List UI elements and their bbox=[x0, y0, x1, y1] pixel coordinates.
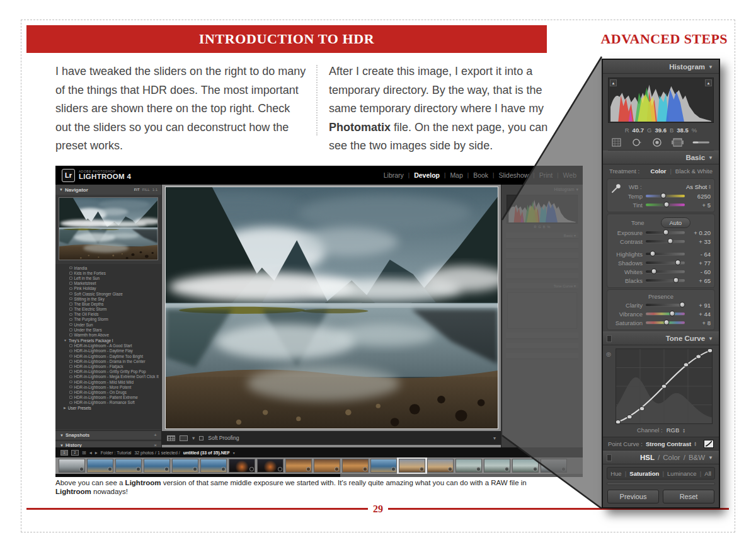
slider-track-blacks[interactable] bbox=[646, 279, 685, 282]
preset-item[interactable]: Stilting in the Sky bbox=[55, 296, 161, 301]
hsl-tab-hue[interactable]: Hue bbox=[610, 470, 621, 477]
filmstrip-thumb[interactable] bbox=[314, 459, 340, 473]
curve-target-icon[interactable]: ◎ bbox=[606, 351, 611, 357]
preset-folder[interactable]: ▼Trey's Presets Package I bbox=[55, 338, 161, 343]
monitor-2-icon[interactable]: 2 bbox=[71, 450, 79, 456]
filmstrip-thumb[interactable] bbox=[59, 459, 85, 473]
hsl-tab-saturation[interactable]: Saturation bbox=[629, 470, 659, 477]
module-library[interactable]: Library bbox=[384, 171, 404, 179]
edit-point-curve-icon[interactable] bbox=[704, 440, 714, 448]
slider-knob[interactable] bbox=[669, 311, 675, 316]
module-web[interactable]: Web bbox=[563, 171, 576, 179]
filmstrip-scrollbar-thumb[interactable] bbox=[55, 474, 340, 477]
hsl-header[interactable]: HSL / Color / B&W ▼ bbox=[603, 451, 719, 464]
filmstrip-thumb[interactable] bbox=[200, 459, 227, 473]
navigator-preview[interactable] bbox=[59, 197, 158, 260]
hsl-bw-option[interactable]: B&W bbox=[689, 454, 705, 461]
slider-knob[interactable] bbox=[679, 302, 685, 308]
previous-button[interactable]: Previous bbox=[607, 490, 659, 503]
slider-track-exposure[interactable] bbox=[646, 231, 685, 234]
snapshots-add-icon[interactable]: + bbox=[154, 432, 157, 438]
preset-item[interactable]: HDR-in-Lightroom - Flatjack bbox=[55, 364, 161, 369]
preset-item[interactable]: Under the Stars bbox=[55, 327, 161, 332]
highlight-clipping-icon[interactable]: ▲ bbox=[705, 79, 712, 86]
treatment-color-option[interactable]: Color bbox=[651, 168, 667, 175]
histogram-header[interactable]: Histogram▼ bbox=[603, 60, 719, 74]
filmstrip-thumb[interactable] bbox=[370, 459, 397, 473]
preset-item[interactable]: HDR-in-Lightroom - Mild Mild Mild bbox=[55, 379, 161, 384]
soft-proofing-checkbox[interactable] bbox=[199, 436, 203, 440]
slider-track-saturation[interactable] bbox=[646, 321, 685, 324]
preset-item[interactable]: HDR-in-Lightroom - Romance Soft bbox=[55, 400, 161, 405]
preset-item[interactable]: Marketstreet bbox=[55, 281, 161, 286]
preset-item[interactable]: HDR-in-Lightroom - Daytime Flay bbox=[55, 348, 161, 354]
slider-knob[interactable] bbox=[651, 268, 657, 274]
tone-curve-caret-icon[interactable]: ▼ bbox=[708, 336, 713, 342]
prev-arrow-icon[interactable]: ◂ bbox=[89, 450, 92, 456]
basic-header[interactable]: Basic▼ bbox=[603, 151, 719, 164]
preset-item[interactable]: The Oil Fields bbox=[55, 312, 161, 317]
navigator-header[interactable]: ▼ Navigator FITFILL1:1 bbox=[55, 185, 161, 195]
shadow-clipping-icon[interactable]: ▲ bbox=[610, 79, 617, 86]
module-develop[interactable]: Develop bbox=[414, 171, 440, 179]
filmstrip-thumb[interactable] bbox=[115, 459, 142, 473]
preset-item[interactable]: HDR-in-Lightroom - More Potent bbox=[55, 384, 161, 389]
preset-item[interactable]: Left in the Sun bbox=[55, 275, 161, 280]
preset-item[interactable]: Kids in the Forties bbox=[55, 270, 161, 275]
tone-curve-header[interactable]: Tone Curve▼ bbox=[603, 331, 719, 345]
hsl-caret-icon[interactable]: ▼ bbox=[708, 455, 713, 461]
filmstrip-thumb[interactable] bbox=[342, 459, 369, 473]
slider-knob[interactable] bbox=[673, 277, 679, 283]
hsl-tab-all[interactable]: All bbox=[704, 470, 711, 477]
basic-caret-icon[interactable]: ▼ bbox=[708, 155, 713, 161]
auto-button[interactable]: Auto bbox=[661, 217, 691, 228]
preset-item[interactable]: The Purpling Storm bbox=[55, 317, 161, 322]
hsl-color-option[interactable]: Color bbox=[663, 454, 680, 461]
module-map[interactable]: Map bbox=[450, 171, 462, 179]
slider-track-contrast[interactable] bbox=[646, 240, 685, 243]
compare-view-icon[interactable] bbox=[180, 435, 188, 441]
slider-knob[interactable] bbox=[663, 319, 669, 325]
crop-tool-icon[interactable] bbox=[610, 137, 623, 147]
slider-knob[interactable] bbox=[663, 229, 669, 235]
monitor-1-icon[interactable]: 1 bbox=[60, 450, 68, 456]
filmstrip-thumb[interactable] bbox=[229, 459, 255, 473]
preset-item[interactable]: Warmth from Above bbox=[55, 332, 161, 337]
preset-item[interactable]: Pink Holiday bbox=[55, 286, 161, 291]
hsl-title[interactable]: HSL bbox=[640, 454, 655, 461]
preset-item[interactable]: Soft Classic Stronger Glaze bbox=[55, 291, 161, 296]
wb-eyedropper-icon[interactable] bbox=[611, 182, 622, 193]
graduated-filter-tool-icon[interactable] bbox=[671, 137, 685, 147]
filmstrip-thumb[interactable] bbox=[541, 459, 567, 473]
histogram-caret-icon[interactable]: ▼ bbox=[708, 64, 713, 70]
adjustment-brush-tool-icon[interactable] bbox=[692, 137, 711, 147]
preset-item[interactable]: The Electric Storm bbox=[55, 307, 161, 312]
preset-folder[interactable]: ▶User Presets bbox=[55, 405, 161, 411]
tone-curve-graph[interactable] bbox=[616, 348, 713, 424]
slider-knob[interactable] bbox=[660, 193, 666, 198]
channel-select[interactable]: RGB bbox=[667, 427, 680, 434]
preset-item[interactable]: HDR-in-Lightroom - Patient Extreme bbox=[55, 395, 161, 400]
slider-knob[interactable] bbox=[663, 202, 669, 207]
filmstrip-caret-icon[interactable]: ▾ bbox=[233, 451, 235, 455]
filmstrip-thumb[interactable] bbox=[455, 459, 482, 473]
hsl-tab-luminance[interactable]: Luminance bbox=[667, 470, 696, 477]
preset-item[interactable]: The Blue Depths bbox=[55, 301, 161, 306]
histogram-graph[interactable]: ▲ ▲ bbox=[608, 78, 714, 123]
filmstrip-thumb[interactable] bbox=[399, 459, 425, 473]
filmstrip-thumb[interactable] bbox=[512, 459, 539, 473]
red-eye-tool-icon[interactable] bbox=[651, 137, 663, 147]
spot-removal-tool-icon[interactable] bbox=[631, 137, 643, 147]
preset-item[interactable]: HDR-in-Lightroom - A Good Start bbox=[55, 343, 161, 348]
slider-track-vibrance[interactable] bbox=[646, 313, 685, 315]
wb-select[interactable]: As Shot▴▾ bbox=[686, 183, 711, 190]
filmstrip-scrollbar[interactable] bbox=[55, 474, 583, 477]
slider-track-temp[interactable] bbox=[646, 195, 685, 197]
slider-track-whites[interactable] bbox=[646, 270, 685, 273]
filmstrip-thumb[interactable] bbox=[172, 459, 198, 473]
tone-curve-toggle-icon[interactable] bbox=[607, 335, 612, 342]
slider-track-highlights[interactable] bbox=[646, 253, 685, 255]
view-more-icon[interactable]: ▾ bbox=[192, 435, 195, 441]
navigator-zoom-fill[interactable]: FILL bbox=[142, 188, 150, 192]
next-arrow-icon[interactable]: ▸ bbox=[95, 450, 98, 456]
